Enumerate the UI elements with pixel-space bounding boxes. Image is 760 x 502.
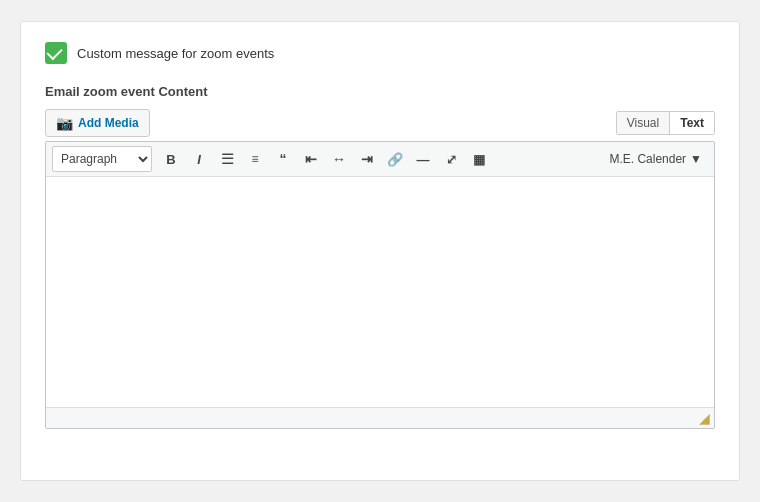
add-media-label: Add Media (78, 116, 139, 130)
align-left-button[interactable]: ⇤ (298, 146, 324, 172)
fullscreen-button[interactable]: ⤢ (438, 146, 464, 172)
horizontal-rule-button[interactable]: ― (410, 146, 436, 172)
section-title: Email zoom event Content (45, 84, 715, 99)
align-center-icon: ↔ (332, 151, 346, 167)
format-bar: Paragraph Heading 1 Heading 2 Heading 3 … (46, 142, 714, 177)
table-button[interactable]: ▦ (466, 146, 492, 172)
link-icon: 🔗 (387, 152, 403, 167)
resize-handle[interactable]: ◢ (46, 407, 714, 428)
zoom-checkbox[interactable] (45, 42, 67, 64)
editor-content-area[interactable] (46, 177, 714, 407)
me-calender-button[interactable]: M.E. Calender ▼ (603, 149, 708, 169)
resize-icon: ◢ (699, 410, 710, 426)
table-icon: ▦ (473, 152, 485, 167)
me-calender-label: M.E. Calender (609, 152, 686, 166)
align-center-button[interactable]: ↔ (326, 146, 352, 172)
blockquote-button[interactable]: “ (270, 146, 296, 172)
fullscreen-icon: ⤢ (446, 152, 457, 167)
numbered-list-button[interactable]: ≡ (242, 146, 268, 172)
italic-icon: I (197, 152, 201, 167)
tab-visual[interactable]: Visual (617, 112, 669, 134)
main-card: Custom message for zoom events Email zoo… (20, 21, 740, 481)
bold-button[interactable]: B (158, 146, 184, 172)
blockquote-icon: “ (280, 151, 287, 167)
paragraph-select[interactable]: Paragraph Heading 1 Heading 2 Heading 3 … (52, 146, 152, 172)
align-left-icon: ⇤ (305, 151, 317, 167)
horizontal-rule-icon: ― (417, 152, 430, 167)
align-right-icon: ⇥ (361, 151, 373, 167)
bullet-list-icon: ☰ (221, 150, 234, 168)
tab-text[interactable]: Text (669, 112, 714, 134)
header-row: Custom message for zoom events (45, 42, 715, 64)
zoom-checkbox-label: Custom message for zoom events (77, 46, 274, 61)
view-tabs: Visual Text (616, 111, 715, 135)
add-media-button[interactable]: 📷 Add Media (45, 109, 150, 137)
bold-icon: B (166, 152, 175, 167)
align-right-button[interactable]: ⇥ (354, 146, 380, 172)
toolbar-top: 📷 Add Media Visual Text (45, 109, 715, 137)
editor-wrapper: Paragraph Heading 1 Heading 2 Heading 3 … (45, 141, 715, 429)
link-button[interactable]: 🔗 (382, 146, 408, 172)
italic-button[interactable]: I (186, 146, 212, 172)
bullet-list-button[interactable]: ☰ (214, 146, 240, 172)
add-media-icon: 📷 (56, 115, 73, 131)
numbered-list-icon: ≡ (251, 152, 258, 166)
me-calender-dropdown-icon: ▼ (690, 152, 702, 166)
